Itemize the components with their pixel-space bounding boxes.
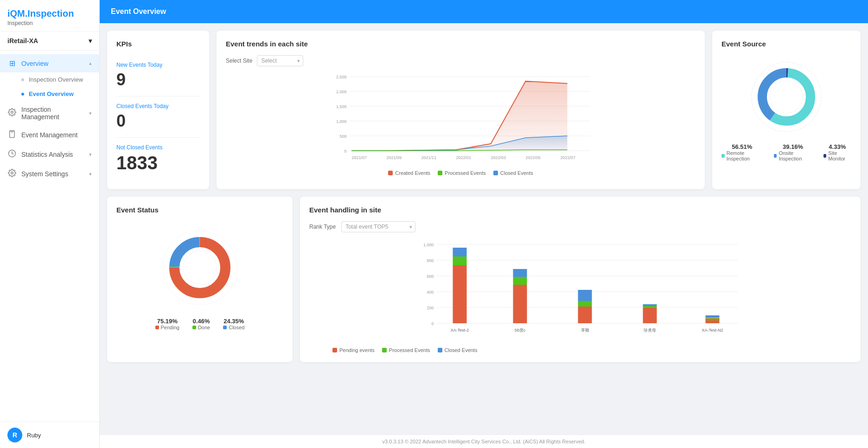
remote-pct: 56.51%: [732, 143, 752, 150]
svg-text:2022/07: 2022/07: [561, 155, 576, 160]
org-selector[interactable]: iRetail-XA ▾: [0, 32, 99, 51]
event-trends-card: Event trends in each site Select Site Se…: [217, 31, 705, 189]
svg-text:0: 0: [344, 149, 346, 154]
svg-point-35: [181, 249, 218, 286]
legend-created: Created Events: [388, 170, 430, 176]
sidebar-item-overview[interactable]: ⊞ Overview ▴: [0, 54, 99, 72]
legend-dot-processed: [438, 171, 442, 175]
pending-label: Pending: [161, 325, 179, 330]
stat-onsite-inspection: 39.16% Onsite Inspection: [774, 143, 812, 161]
svg-text:2022/03: 2022/03: [491, 155, 506, 160]
closed-label: Closed: [229, 325, 244, 330]
clipboard-icon: [7, 130, 17, 140]
legend-dot-processed-bar: [382, 348, 387, 352]
sidebar-item-event-management[interactable]: Event Management: [0, 125, 99, 145]
sidebar: iQM.Inspection Inspection iRetail-XA ▾ ⊞…: [0, 0, 100, 448]
remote-dot: [721, 154, 725, 158]
sidebar-item-label: Statistics Analysis: [21, 151, 89, 158]
legend-label-closed: Closed Events: [500, 170, 533, 176]
org-name: iRetail-XA: [7, 37, 38, 45]
svg-rect-62: [643, 306, 657, 308]
kpi-closed-events-today: Closed Events Today 0: [116, 96, 200, 138]
pending-dot: [155, 326, 159, 329]
stat-remote-inspection: 56.51% Remote Inspection: [721, 143, 763, 161]
event-handling-title: Event handling in site: [309, 206, 851, 214]
svg-rect-61: [643, 308, 657, 323]
logo-title: iQM.Inspection: [7, 8, 92, 19]
event-status-card: Event Status 7: [107, 197, 293, 362]
svg-rect-50: [453, 256, 467, 265]
topbar: Event Overview: [100, 0, 868, 23]
sidebar-item-statistics-analysis[interactable]: Statistics Analysis ▾: [0, 145, 99, 164]
svg-text:2,000: 2,000: [336, 90, 347, 94]
svg-text:2022/05: 2022/05: [526, 155, 541, 160]
nav-dot: [21, 78, 24, 81]
chevron-down-icon: ▾: [89, 171, 92, 177]
legend-pending: Pending events: [332, 347, 375, 353]
logo-sub: Inspection: [7, 20, 92, 26]
bar-chart-area: 1,000 800 600 400 200 0: [309, 240, 851, 344]
kpi-closed-events-value: 0: [116, 111, 200, 131]
sidebar-item-label: System Settings: [21, 170, 89, 178]
svg-rect-54: [513, 277, 527, 285]
event-status-stats: 75.19% Pending 0.46% Done: [155, 318, 245, 330]
done-pct: 0.46%: [193, 318, 210, 325]
kpi-new-events-value: 9: [116, 70, 200, 90]
chart-header: Select Site Select: [226, 55, 696, 66]
rank-type-wrapper[interactable]: Total event TOP5: [341, 221, 415, 232]
svg-point-29: [769, 79, 804, 115]
svg-text:XA-Test-N2: XA-Test-N2: [702, 328, 723, 333]
sidebar-logo: iQM.Inspection Inspection: [0, 0, 99, 32]
done-label: Done: [198, 325, 210, 330]
svg-rect-58: [578, 301, 592, 307]
svg-text:2021/09: 2021/09: [387, 155, 402, 160]
chevron-up-icon: ▴: [89, 60, 92, 66]
select-site-wrapper[interactable]: Select: [257, 55, 303, 66]
svg-text:1,000: 1,000: [423, 243, 434, 247]
kpi-not-closed-value: 1833: [116, 153, 200, 173]
svg-text:享雞: 享雞: [581, 328, 589, 333]
svg-marker-24: [352, 136, 568, 151]
logo-app: Inspection: [27, 8, 74, 19]
sidebar-item-event-overview[interactable]: Event Overview: [7, 87, 99, 101]
subnav-label: Event Overview: [29, 90, 74, 97]
select-site-label: Select Site: [226, 58, 252, 64]
svg-text:1,500: 1,500: [336, 104, 347, 109]
sidebar-item-label: Inspection Management: [21, 106, 89, 121]
remote-label-row: Remote Inspection: [721, 150, 763, 161]
select-site-dropdown[interactable]: Select: [257, 55, 303, 66]
onsite-label: Onsite Inspection: [779, 150, 812, 161]
kpi-new-events-label: New Events Today: [116, 62, 200, 68]
closed-dot: [223, 326, 227, 329]
svg-text:200: 200: [427, 306, 434, 310]
stat-closed: 24.35% Closed: [223, 318, 244, 330]
legend-closed: Closed Events: [493, 170, 533, 176]
stat-pending: 75.19% Pending: [155, 318, 179, 330]
event-status-inner: 75.19% Pending 0.46% Done: [116, 221, 283, 330]
stat-site-monitor: 4.33% Site Monitor: [823, 143, 851, 161]
svg-text:800: 800: [427, 258, 434, 263]
sidebar-item-inspection-management[interactable]: Inspection Management ▾: [0, 101, 99, 125]
event-source-stats: 56.51% Remote Inspection 39.16% Onsite I…: [721, 143, 851, 161]
rank-type-dropdown[interactable]: Total event TOP5: [341, 221, 415, 232]
svg-text:2021/11: 2021/11: [421, 155, 437, 160]
done-label-row: Done: [192, 325, 210, 330]
onsite-pct: 39.16%: [783, 143, 803, 150]
sidebar-item-inspection-overview[interactable]: Inspection Overview: [7, 72, 99, 87]
sidebar-item-label: Event Management: [21, 131, 92, 139]
svg-rect-55: [513, 269, 527, 277]
event-source-card: Event Source: [712, 31, 861, 189]
clock-icon: [7, 149, 17, 160]
page-title: Event Overview: [111, 7, 166, 16]
svg-text:0: 0: [431, 321, 434, 326]
svg-rect-53: [513, 285, 527, 323]
legend-processed-bar: Processed Events: [382, 347, 430, 353]
avatar: R: [7, 428, 22, 442]
kpi-not-closed-events: Not Closed Events 1833: [116, 138, 200, 180]
svg-rect-1: [11, 131, 13, 132]
sidebar-item-system-settings[interactable]: System Settings ▾: [0, 164, 99, 184]
bar-chart-legend: Pending events Processed Events Closed E…: [309, 347, 851, 353]
svg-text:500: 500: [339, 134, 346, 139]
legend-label-pending: Pending events: [339, 347, 375, 353]
svg-point-0: [11, 111, 13, 114]
